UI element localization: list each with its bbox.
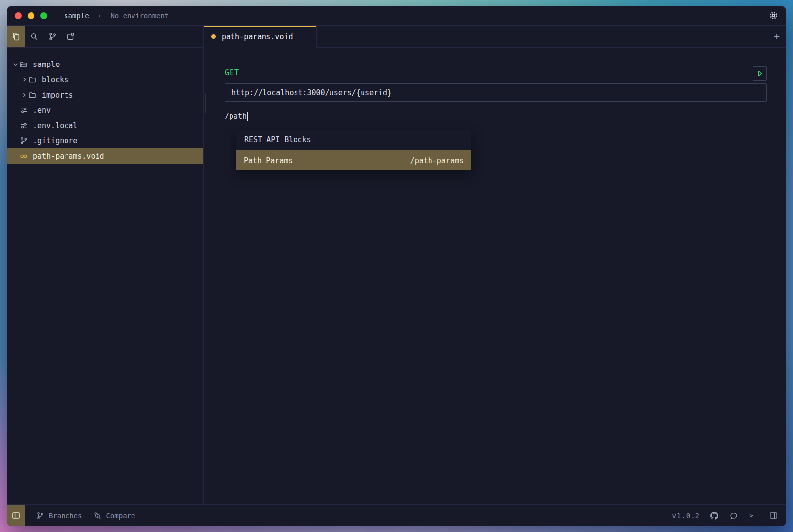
- folder-icon: [29, 91, 36, 99]
- github-icon: [710, 512, 718, 520]
- folder-icon: [29, 76, 36, 84]
- chevron-right-icon[interactable]: [21, 91, 28, 99]
- breadcrumb-separator-icon: ›: [98, 12, 102, 19]
- request-method-row: GET: [225, 66, 767, 81]
- autocomplete-item-value: /path-params: [410, 156, 463, 165]
- search-icon: [30, 33, 38, 41]
- toggle-sidebar-button[interactable]: [7, 505, 25, 526]
- tree-item-env[interactable]: .env: [7, 102, 203, 118]
- branches-label: Branches: [49, 512, 82, 520]
- git-branch-icon: [20, 137, 28, 145]
- git-compare-icon: [94, 512, 101, 520]
- activity-bar: [7, 26, 204, 48]
- activity-blocks-button[interactable]: [62, 26, 80, 47]
- modified-dot-icon: [211, 34, 216, 39]
- feedback-button[interactable]: [724, 512, 744, 520]
- http-method-label[interactable]: GET: [225, 66, 239, 77]
- environment-selector[interactable]: No environment: [110, 12, 168, 20]
- request-url-input[interactable]: [225, 83, 767, 102]
- terminal-button[interactable]: >_: [744, 512, 763, 519]
- tree-item-sample[interactable]: sample: [7, 57, 203, 72]
- status-bar: Branches Compare v1.0.2 >_: [7, 504, 786, 526]
- request-editor: GET /path REST API Blocks Path Params /p…: [204, 48, 786, 504]
- autocomplete-header: REST API Blocks: [236, 130, 471, 150]
- env-sliders-icon: [20, 106, 28, 114]
- chevron-right-icon[interactable]: [21, 76, 28, 83]
- zoom-window-button[interactable]: [40, 12, 47, 19]
- activity-files-button[interactable]: [7, 26, 25, 47]
- tree-item-label: .gitignore: [33, 136, 77, 145]
- tab-bar: path-params.void +: [204, 26, 786, 48]
- tree-item-label: blocks: [42, 75, 68, 84]
- gear-icon: [769, 11, 778, 20]
- send-request-button[interactable]: [753, 66, 767, 81]
- minimize-window-button[interactable]: [28, 12, 34, 19]
- tab-bar-empty-space: [317, 26, 767, 48]
- project-name[interactable]: sample: [64, 12, 89, 20]
- tree-item-env-local[interactable]: .env.local: [7, 118, 203, 133]
- autocomplete-item-label: Path Params: [244, 156, 293, 165]
- top-row: path-params.void +: [7, 26, 786, 48]
- panel-left-icon: [12, 511, 20, 520]
- title-bar: sample › No environment: [7, 6, 786, 26]
- git-branch-icon: [36, 512, 44, 520]
- indent-guide: [16, 72, 16, 164]
- tree-item-label: imports: [42, 91, 73, 100]
- scrollbar-thumb[interactable]: [205, 93, 206, 113]
- activity-search-button[interactable]: [25, 26, 43, 47]
- file-tree: sample blocks: [7, 48, 203, 164]
- git-branch-icon: [48, 33, 57, 41]
- file-explorer-sidebar: sample blocks: [7, 48, 204, 504]
- tree-item-label: .env: [33, 106, 51, 115]
- close-window-button[interactable]: [15, 12, 22, 19]
- tree-item-label: .env.local: [33, 121, 77, 130]
- compare-label: Compare: [106, 512, 135, 520]
- text-cursor: [247, 112, 248, 121]
- blocks-icon: [66, 33, 75, 41]
- env-sliders-icon: [20, 122, 28, 130]
- autocomplete-item-path-params[interactable]: Path Params /path-params: [236, 150, 471, 170]
- files-icon: [12, 33, 20, 41]
- panel-right-icon: [769, 511, 778, 520]
- branches-button[interactable]: Branches: [36, 512, 82, 520]
- new-tab-button[interactable]: +: [767, 26, 786, 48]
- typed-text: /path: [225, 112, 247, 121]
- settings-button[interactable]: [767, 10, 779, 22]
- tree-item-path-params-void[interactable]: path-params.void: [7, 148, 203, 164]
- infinity-icon: [20, 152, 28, 160]
- main-area: sample blocks: [7, 48, 786, 504]
- app-window: sample › No environment: [7, 6, 786, 526]
- github-button[interactable]: [704, 512, 724, 520]
- chevron-down-icon[interactable]: [12, 61, 19, 68]
- folder-open-icon: [20, 61, 28, 68]
- tree-item-imports[interactable]: imports: [7, 87, 203, 102]
- tree-item-blocks[interactable]: blocks: [7, 72, 203, 87]
- tree-item-label: path-params.void: [33, 152, 104, 161]
- app-version: v1.0.2: [672, 512, 700, 520]
- tab-path-params[interactable]: path-params.void: [204, 26, 317, 48]
- compare-button[interactable]: Compare: [94, 512, 135, 520]
- play-icon: [756, 70, 763, 77]
- autocomplete-popup: REST API Blocks Path Params /path-params: [236, 130, 471, 170]
- editor-typed-line[interactable]: /path: [225, 111, 248, 122]
- tree-item-gitignore[interactable]: .gitignore: [7, 133, 203, 148]
- toggle-right-panel-button[interactable]: [763, 511, 783, 520]
- tab-label: path-params.void: [222, 33, 293, 41]
- chat-bubble-icon: [730, 512, 738, 520]
- activity-source-control-button[interactable]: [43, 26, 62, 47]
- tree-item-label: sample: [33, 60, 60, 69]
